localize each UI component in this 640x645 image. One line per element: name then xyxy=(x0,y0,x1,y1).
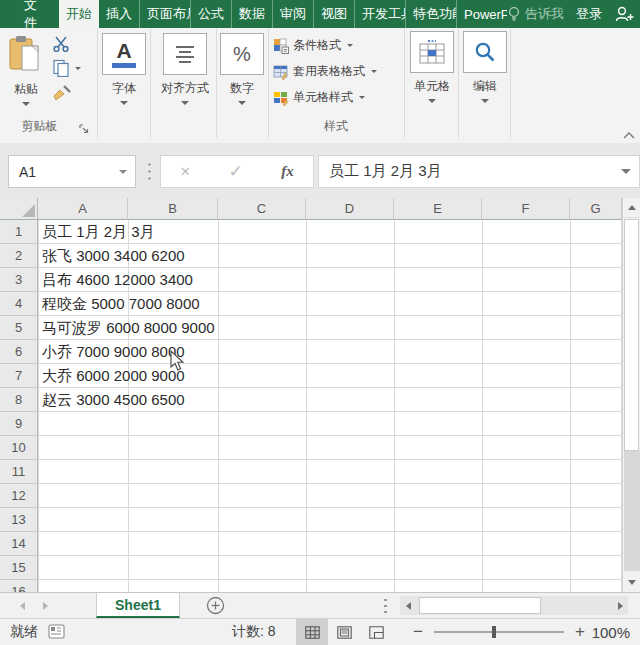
column-header-E[interactable]: E xyxy=(394,198,482,220)
editing-menu-button[interactable]: 编辑 xyxy=(463,31,507,103)
sheet-tab-active[interactable]: Sheet1 xyxy=(96,593,180,618)
ribbon-tab-9[interactable]: PowerPivot xyxy=(456,0,507,28)
row-header-1[interactable]: 1 xyxy=(0,220,38,244)
zoom-level[interactable]: 100% xyxy=(592,619,630,645)
row-header-11[interactable]: 11 xyxy=(0,460,38,484)
cell-styles-label: 单元格样式 xyxy=(293,89,353,106)
row-header-13[interactable]: 13 xyxy=(0,508,38,532)
column-header-A[interactable]: A xyxy=(38,198,128,220)
formula-input[interactable]: 员工 1月 2月 3月 xyxy=(318,155,640,188)
percent-icon: % xyxy=(220,33,264,75)
person-add-icon[interactable] xyxy=(614,5,634,23)
zoom-out-button[interactable]: − xyxy=(410,622,426,642)
new-sheet-button[interactable] xyxy=(206,596,225,615)
ribbon-tab-0[interactable]: 开始 xyxy=(59,0,99,28)
horizontal-scroll-thumb[interactable] xyxy=(419,597,541,614)
formula-bar-splitter[interactable] xyxy=(148,161,151,181)
ribbon-tab-8[interactable]: 特色功能 xyxy=(405,0,456,28)
column-header-C[interactable]: C xyxy=(218,198,306,220)
scroll-left-button[interactable] xyxy=(400,596,416,615)
group-clipboard: 粘贴 xyxy=(0,28,98,138)
paste-caret-icon xyxy=(22,102,30,106)
row-header-10[interactable]: 10 xyxy=(0,436,38,460)
group-number: % 数字 xyxy=(216,28,269,138)
ribbon-tab-6[interactable]: 视图 xyxy=(313,0,354,28)
copy-button[interactable] xyxy=(52,59,81,77)
cancel-button[interactable]: × xyxy=(180,162,190,182)
vertical-scroll-track[interactable] xyxy=(624,451,640,571)
vertical-scroll-thumb[interactable] xyxy=(624,219,639,451)
cells-menu-button[interactable]: 单元格 xyxy=(410,31,454,103)
cell-styles-button[interactable]: 单元格样式 xyxy=(273,89,365,106)
enter-button[interactable]: ✓ xyxy=(229,161,243,182)
macro-record-button[interactable] xyxy=(48,624,65,639)
row-header-5[interactable]: 5 xyxy=(0,316,38,340)
horizontal-scrollbar[interactable] xyxy=(400,596,628,615)
column-header-G[interactable]: G xyxy=(570,198,622,220)
cell-A3[interactable]: 吕布 4600 12000 3400 xyxy=(42,268,193,292)
sign-in-button[interactable]: 登录 xyxy=(570,5,608,23)
row-header-12[interactable]: 12 xyxy=(0,484,38,508)
row-header-7[interactable]: 7 xyxy=(0,364,38,388)
clipboard-dialog-launcher[interactable] xyxy=(79,124,89,134)
name-box[interactable]: A1 xyxy=(8,155,136,188)
column-header-F[interactable]: F xyxy=(482,198,570,220)
font-menu-button[interactable]: A 字体 xyxy=(102,33,146,105)
tell-me[interactable]: 告诉我 xyxy=(507,5,564,23)
paste-button[interactable]: 粘贴 xyxy=(6,34,46,106)
row-header-4[interactable]: 4 xyxy=(0,292,38,316)
collapse-ribbon-button[interactable] xyxy=(623,131,635,139)
column-header-B[interactable]: B xyxy=(128,198,218,220)
scroll-right-button[interactable] xyxy=(612,596,628,615)
triangle-up-icon xyxy=(628,205,636,210)
page-layout-view-button[interactable] xyxy=(328,619,360,645)
expand-formula-bar-icon[interactable] xyxy=(621,169,631,174)
tell-me-label: 告诉我 xyxy=(525,5,564,23)
ribbon-tab-4[interactable]: 数据 xyxy=(231,0,272,28)
format-painter-button[interactable] xyxy=(52,84,72,102)
next-sheet-icon[interactable] xyxy=(43,602,48,610)
tab-file[interactable]: 文件 xyxy=(8,0,53,28)
column-header-D[interactable]: D xyxy=(306,198,394,220)
row-header-3[interactable]: 3 xyxy=(0,268,38,292)
row-header-15[interactable]: 15 xyxy=(0,556,38,580)
cell-A5[interactable]: 马可波罗 6000 8000 9000 xyxy=(42,316,215,340)
cell-A2[interactable]: 张飞 3000 3400 6200 xyxy=(42,244,185,268)
ribbon-tab-1[interactable]: 插入 xyxy=(99,0,139,28)
zoom-slider-handle[interactable] xyxy=(492,626,496,638)
conditional-formatting-button[interactable]: 条件格式 xyxy=(273,37,353,54)
ribbon-tab-3[interactable]: 公式 xyxy=(190,0,231,28)
grid-row-11: 11 xyxy=(0,460,622,484)
cell-A8[interactable]: 赵云 3000 4500 6500 xyxy=(42,388,185,412)
ribbon-tab-2[interactable]: 页面布局 xyxy=(139,0,190,28)
row-header-6[interactable]: 6 xyxy=(0,340,38,364)
cell-A4[interactable]: 程咬金 5000 7000 8000 xyxy=(42,292,200,316)
cell-A7[interactable]: 大乔 6000 2000 9000 xyxy=(42,364,185,388)
scroll-up-button[interactable] xyxy=(623,198,640,218)
number-menu-button[interactable]: % 数字 xyxy=(220,33,264,105)
row-header-8[interactable]: 8 xyxy=(0,388,38,412)
ribbon-tab-7[interactable]: 开发工具 xyxy=(354,0,405,28)
row-header-16[interactable]: 16 xyxy=(0,580,38,592)
zoom-slider-track[interactable] xyxy=(434,631,564,633)
cell-A1[interactable]: 员工 1月 2月 3月 xyxy=(42,220,155,244)
cell-A6[interactable]: 小乔 7000 9000 8000 xyxy=(42,340,185,364)
normal-view-button[interactable] xyxy=(296,619,328,645)
alignment-menu-button[interactable]: 对齐方式 xyxy=(161,33,209,105)
ribbon-tab-5[interactable]: 审阅 xyxy=(272,0,313,28)
cut-button[interactable] xyxy=(52,36,70,52)
zoom-in-button[interactable]: + xyxy=(572,622,588,642)
page-break-preview-button[interactable] xyxy=(360,619,392,645)
format-as-table-button[interactable]: 套用表格格式 xyxy=(273,63,377,80)
vertical-scrollbar[interactable] xyxy=(622,198,640,592)
select-all-button[interactable] xyxy=(0,198,38,220)
prev-sheet-icon[interactable] xyxy=(20,602,25,610)
tabbar-splitter[interactable] xyxy=(384,597,387,615)
row-header-14[interactable]: 14 xyxy=(0,532,38,556)
insert-function-button[interactable]: fx xyxy=(281,163,294,180)
clipboard-small-buttons xyxy=(52,36,81,102)
row-header-2[interactable]: 2 xyxy=(0,244,38,268)
scroll-down-button[interactable] xyxy=(623,573,640,592)
sheet-nav-arrows xyxy=(20,593,48,619)
row-header-9[interactable]: 9 xyxy=(0,412,38,436)
